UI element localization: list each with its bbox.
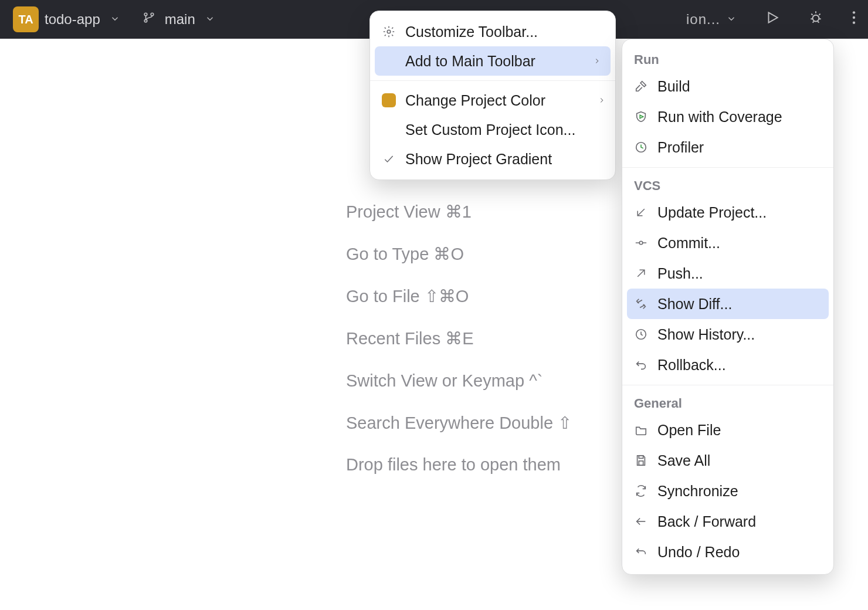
svg-point-5 [853,11,855,13]
branch-icon[interactable] [143,11,155,28]
menu-item-label: Save All [657,452,710,469]
menu-item-update-project[interactable]: Update Project... [622,197,833,228]
menu-item-show-history[interactable]: Show History... [622,319,833,350]
menu-item-change-project-color[interactable]: Change Project Color [370,86,615,115]
svg-point-8 [387,30,391,33]
menu-item-synchronize[interactable]: Synchronize [622,476,833,506]
undo-icon [633,545,649,558]
hint-label: Search Everywhere [346,414,494,432]
svg-point-6 [853,16,855,19]
menu-item-label: Show Diff... [657,296,732,313]
sync-icon [633,484,649,497]
diff-icon [633,297,649,310]
menu-item-label: Profiler [657,139,704,156]
svg-point-4 [813,15,819,22]
clock-icon [633,328,649,341]
svg-point-2 [151,13,154,16]
menu-item-label: Customize Toolbar... [405,23,538,40]
menu-item-show-project-gradient[interactable]: Show Project Gradient [370,144,615,174]
menu-item-label: Add to Main Toolbar [405,53,535,70]
chevron-down-icon[interactable] [205,11,215,28]
svg-marker-9 [640,115,643,118]
arrow-up-right-icon [633,267,649,279]
hint-shortcut: ⌘1 [445,202,472,221]
run-icon[interactable] [765,10,780,29]
project-color-swatch-icon [381,93,397,107]
menu-item-rollback[interactable]: Rollback... [622,350,833,380]
profiler-icon [633,141,649,154]
menu-item-open-file[interactable]: Open File [622,415,833,445]
menu-item-label: Open File [657,422,721,439]
menu-item-label: Rollback... [657,357,726,374]
svg-point-0 [144,13,147,16]
hint-shortcut: Double ⇧ [499,414,572,432]
arrow-left-icon [633,515,649,528]
submenu-add-to-main-toolbar: Run Build Run with Coverage Profiler VCS… [622,39,834,575]
shield-play-icon [633,110,649,123]
menu-item-label: Run with Coverage [657,109,782,126]
hint-label: Project View [346,202,440,221]
menu-item-push[interactable]: Push... [622,258,833,289]
project-badge[interactable]: TA [13,6,39,32]
more-icon[interactable] [852,10,856,29]
separator [622,385,833,385]
hint-label: Recent Files [346,329,440,348]
chevron-down-icon[interactable] [726,11,737,28]
welcome-hints: Project View ⌘1 Go to Type ⌘O Go to File… [346,191,572,486]
context-menu-toolbar: Customize Toolbar... Add to Main Toolbar… [369,11,616,180]
checkmark-icon [381,153,397,165]
rollback-icon [633,358,649,371]
menu-item-show-diff[interactable]: Show Diff... [627,289,829,319]
menu-item-save-all[interactable]: Save All [622,445,833,476]
menu-item-set-custom-project-icon[interactable]: Set Custom Project Icon... [370,115,615,144]
chevron-right-icon [593,53,601,69]
hammer-icon [633,80,649,93]
menu-item-label: Commit... [657,235,720,252]
menu-item-build[interactable]: Build [622,71,833,101]
section-heading-general: General [622,390,833,415]
hint-label: Go to File [346,287,420,306]
debug-icon[interactable] [808,10,823,29]
svg-rect-13 [639,456,643,459]
hint-label: Go to Type [346,245,429,263]
menu-item-label: Set Custom Project Icon... [405,121,575,138]
hint-shortcut: ^` [529,371,542,390]
menu-item-label: Show Project Gradient [405,151,552,168]
menu-item-label: Push... [657,265,703,282]
menu-item-customize-toolbar[interactable]: Customize Toolbar... [370,17,615,46]
commit-icon [633,236,649,249]
separator [622,167,833,168]
save-icon [633,454,649,467]
section-heading-run: Run [622,46,833,71]
svg-rect-14 [639,461,643,465]
menu-item-undo-redo[interactable]: Undo / Redo [622,537,833,567]
chevron-down-icon[interactable] [110,11,120,28]
arrow-down-left-icon [633,206,649,218]
menu-item-run-with-coverage[interactable]: Run with Coverage [622,101,833,132]
gear-icon [381,25,397,38]
run-config-label-partial[interactable]: ion... [686,11,720,28]
svg-point-11 [639,241,643,245]
menu-item-back-forward[interactable]: Back / Forward [622,506,833,537]
hint-label: Switch View or Keymap [346,371,524,390]
menu-item-label: Change Project Color [405,92,545,109]
menu-item-label: Update Project... [657,204,767,221]
project-name[interactable]: todo-app [45,11,100,28]
section-heading-vcs: VCS [622,172,833,197]
svg-point-7 [853,22,855,24]
menu-item-label: Back / Forward [657,513,756,530]
hint-shortcut: ⇧⌘O [425,287,469,306]
menu-item-profiler[interactable]: Profiler [622,132,833,162]
separator [370,80,615,81]
menu-item-add-to-main-toolbar[interactable]: Add to Main Toolbar [375,46,611,76]
menu-item-label: Undo / Redo [657,544,740,561]
svg-marker-3 [769,12,778,22]
hint-label: Drop files here to open them [346,455,561,474]
menu-item-commit[interactable]: Commit... [622,228,833,258]
branch-name[interactable]: main [165,11,195,28]
hint-shortcut: ⌘E [445,329,473,348]
folder-icon [633,423,649,436]
menu-item-label: Build [657,78,690,95]
hint-shortcut: ⌘O [433,245,464,263]
menu-item-label: Synchronize [657,483,738,500]
